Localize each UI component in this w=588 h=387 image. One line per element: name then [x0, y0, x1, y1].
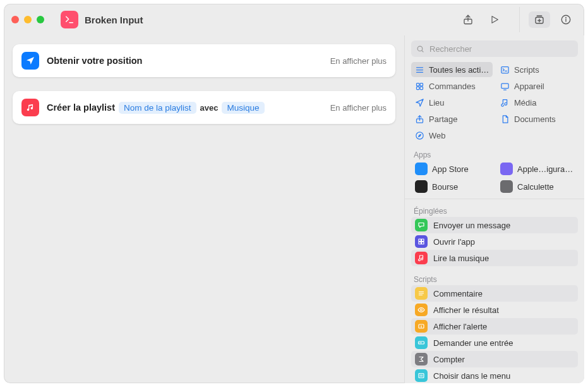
- category-label: Média: [514, 98, 536, 108]
- safari-icon: [415, 131, 424, 140]
- svg-point-32: [421, 309, 423, 311]
- search-wrap: [405, 35, 584, 61]
- search-field[interactable]: [411, 40, 578, 57]
- app-icon: [500, 180, 513, 193]
- svg-rect-26: [422, 239, 424, 242]
- category-terminal[interactable]: Scripts: [496, 62, 578, 77]
- svg-marker-24: [419, 134, 421, 137]
- grid-icon: [415, 235, 428, 248]
- editor-area[interactable]: Obtenir votre positionEn afficher plusCr…: [4, 35, 404, 383]
- app-item[interactable]: Apple…igurator: [496, 161, 578, 177]
- apps-grid: App StoreApple…iguratorBourseCalculette: [405, 161, 584, 195]
- zoom-button[interactable]: [37, 16, 44, 23]
- terminal-icon: [500, 65, 510, 75]
- list-item[interactable]: Commentaire: [411, 285, 578, 302]
- search-input[interactable]: [428, 44, 573, 54]
- app-item[interactable]: App Store: [411, 161, 493, 177]
- window-title: Broken Input: [85, 15, 143, 25]
- list-item[interactable]: Afficher l'alerte: [411, 318, 578, 335]
- category-label: Appareil: [514, 82, 544, 91]
- app-item[interactable]: Bourse: [411, 178, 493, 195]
- location-icon: [415, 98, 424, 108]
- svg-point-8: [566, 18, 567, 18]
- search-icon: [416, 45, 424, 53]
- category-label: Toutes les acti…: [429, 65, 489, 75]
- show-more-button[interactable]: En afficher plus: [330, 56, 387, 66]
- location-arrow-icon: [21, 52, 39, 70]
- category-note[interactable]: Média: [496, 95, 578, 110]
- category-doc[interactable]: Documents: [496, 111, 578, 126]
- share-button[interactable]: [457, 11, 479, 28]
- toolbar-divider: [519, 7, 520, 32]
- grid-icon: [415, 82, 424, 91]
- app-label: Bourse: [432, 182, 458, 192]
- list-item[interactable]: Ouvrir l'app: [411, 233, 578, 250]
- note-icon: [500, 98, 510, 108]
- svg-rect-28: [422, 242, 424, 245]
- pinned-header: Épinglées: [411, 203, 578, 217]
- category-device[interactable]: Appareil: [496, 78, 578, 94]
- svg-rect-38: [419, 374, 424, 378]
- alert-icon: [415, 320, 428, 333]
- category-share[interactable]: Partage: [411, 111, 493, 126]
- list-item[interactable]: Envoyer un message: [411, 217, 578, 233]
- list-item-label: Commentaire: [433, 289, 483, 298]
- run-button[interactable]: [484, 11, 505, 28]
- svg-rect-27: [419, 242, 421, 245]
- svg-line-10: [422, 50, 424, 52]
- toolbar: [457, 7, 577, 32]
- category-label: Commandes: [429, 82, 476, 91]
- window-controls: [11, 16, 44, 23]
- action-content: Obtenir votre position: [47, 56, 142, 66]
- divider: [405, 199, 584, 199]
- action-text: avec: [200, 103, 219, 113]
- eye-icon: [415, 304, 428, 316]
- minimize-button[interactable]: [24, 16, 32, 23]
- action-card[interactable]: Créer la playlistNom de la playlistavecM…: [13, 91, 395, 124]
- list-item-label: Envoyer un message: [433, 221, 510, 230]
- list-item[interactable]: Choisir dans le menu: [411, 367, 578, 383]
- doc-icon: [500, 114, 510, 124]
- svg-point-35: [421, 327, 422, 328]
- svg-marker-2: [492, 16, 498, 23]
- category-grid[interactable]: Commandes: [411, 78, 493, 94]
- list-item[interactable]: Compter: [411, 351, 578, 367]
- svg-rect-18: [417, 87, 419, 89]
- app-icon: [500, 163, 513, 175]
- category-label: Partage: [429, 114, 458, 124]
- category-label: Web: [429, 131, 446, 140]
- sidebar: Toutes les acti…ScriptsCommandesAppareil…: [404, 35, 584, 383]
- list-item-label: Lire la musique: [433, 254, 489, 263]
- device-icon: [500, 82, 510, 91]
- close-button[interactable]: [11, 16, 19, 23]
- show-more-button[interactable]: En afficher plus: [330, 103, 387, 113]
- svg-rect-14: [501, 66, 508, 73]
- app-icon: [415, 163, 428, 175]
- category-safari[interactable]: Web: [411, 128, 493, 143]
- category-location[interactable]: Lieu: [411, 95, 493, 110]
- svg-rect-19: [420, 87, 423, 89]
- list-icon: [415, 65, 424, 75]
- action-parameter[interactable]: Nom de la playlist: [119, 102, 196, 114]
- app-item[interactable]: Calculette: [496, 178, 578, 195]
- action-parameter[interactable]: Musique: [222, 102, 264, 114]
- share-icon: [415, 114, 424, 124]
- lines-icon: [415, 287, 428, 300]
- pinned-list: Envoyer un messageOuvrir l'appLire la mu…: [411, 217, 578, 266]
- list-item[interactable]: Lire la musique: [411, 250, 578, 266]
- category-list[interactable]: Toutes les acti…: [411, 62, 493, 77]
- titlebar: Broken Input: [4, 4, 584, 35]
- list-item-label: Afficher le résultat: [433, 305, 499, 315]
- action-card[interactable]: Obtenir votre positionEn afficher plus: [13, 44, 395, 77]
- category-label: Documents: [514, 114, 556, 124]
- list-item[interactable]: Afficher le résultat: [411, 302, 578, 318]
- app-icon: [415, 180, 428, 193]
- shortcut-color-icon[interactable]: [61, 11, 78, 28]
- action-title: Obtenir votre position: [47, 56, 142, 66]
- app-label: Apple…igurator: [517, 164, 574, 174]
- svg-rect-16: [417, 83, 419, 85]
- library-button[interactable]: [529, 11, 550, 28]
- list-item[interactable]: Demander une entrée: [411, 335, 578, 351]
- category-label: Lieu: [429, 98, 445, 108]
- info-button[interactable]: [555, 11, 577, 28]
